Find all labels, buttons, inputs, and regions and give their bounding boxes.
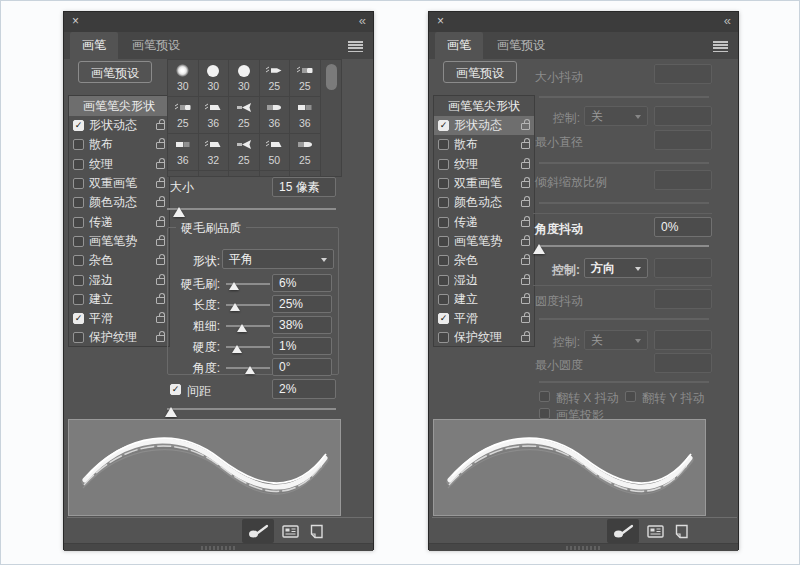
sidebar-item-transfer[interactable]: 传递 (69, 212, 169, 231)
checkbox[interactable] (438, 255, 449, 266)
lock-icon[interactable] (521, 181, 530, 188)
lock-icon[interactable] (156, 142, 165, 149)
checkbox[interactable] (438, 197, 449, 208)
sidebar-item-wet-edges[interactable]: 湿边 (69, 270, 169, 289)
lock-icon[interactable] (521, 297, 530, 304)
checkbox[interactable]: ✓ (438, 120, 449, 131)
sidebar-item-transfer[interactable]: 传递 (434, 212, 534, 231)
lock-icon[interactable] (521, 142, 530, 149)
bristle-preview-toggle-button[interactable] (242, 519, 274, 543)
checkbox[interactable] (73, 236, 84, 247)
lock-icon[interactable] (521, 239, 530, 246)
brush-tip-cell[interactable]: 36 (199, 97, 230, 134)
sidebar-item-build-up[interactable]: 建立 (69, 290, 169, 309)
brush-tip-cell[interactable]: 36 (260, 97, 291, 134)
bristle-param-input[interactable]: 25% (272, 295, 332, 313)
bristle-param-input[interactable]: 6% (272, 274, 332, 292)
checkbox[interactable] (438, 159, 449, 170)
checkbox[interactable] (438, 217, 449, 228)
sidebar-item-color-dynamics[interactable]: 颜色动态 (69, 193, 169, 212)
size-slider[interactable] (167, 208, 336, 210)
sidebar-item-dual-brush[interactable]: 双重画笔 (434, 174, 534, 193)
checkbox[interactable] (438, 332, 449, 343)
bristle-param-input[interactable]: 38% (272, 316, 332, 334)
checkbox[interactable]: ✓ (438, 313, 449, 324)
create-new-brush-button[interactable] (306, 522, 326, 540)
checkbox[interactable] (438, 178, 449, 189)
brush-tip-cell[interactable]: 50 (260, 134, 291, 171)
checkbox[interactable] (73, 139, 84, 150)
checkbox[interactable] (73, 197, 84, 208)
slider-thumb[interactable] (237, 324, 247, 332)
panel-menu-icon[interactable] (713, 41, 728, 54)
brush-tip-cell[interactable]: 25 (290, 60, 321, 97)
brush-presets-button[interactable]: 画笔预设 (78, 61, 152, 83)
lock-icon[interactable] (521, 162, 530, 169)
bristle-param-input[interactable]: 0° (272, 358, 332, 376)
sidebar-item-color-dynamics[interactable]: 颜色动态 (434, 193, 534, 212)
lock-icon[interactable] (156, 335, 165, 342)
slider-thumb[interactable] (232, 345, 242, 353)
sidebar-item-shape-dynamics[interactable]: ✓形状动态 (434, 116, 534, 135)
brush-tip-cell[interactable]: 30 (229, 60, 260, 97)
sidebar-item-smoothing[interactable]: ✓平滑 (69, 309, 169, 328)
size-input[interactable]: 15 像素 (272, 177, 336, 197)
brush-tip-cell[interactable]: 36 (168, 134, 199, 171)
sidebar-item-build-up[interactable]: 建立 (434, 290, 534, 309)
sidebar-item-noise[interactable]: 杂色 (434, 251, 534, 270)
brush-tip-cell[interactable] (168, 171, 199, 177)
resize-grip[interactable] (201, 546, 237, 550)
sidebar-item-scattering[interactable]: 散布 (434, 135, 534, 154)
brush-tip-cell[interactable] (199, 171, 230, 177)
scrollbar-thumb[interactable] (326, 64, 337, 90)
sidebar-item-smoothing[interactable]: ✓平滑 (434, 309, 534, 328)
tab-brush[interactable]: 画笔 (435, 32, 483, 59)
sidebar-item-brush-tip-shape[interactable]: 画笔笔尖形状 (434, 96, 534, 116)
brush-tip-cell[interactable]: 25 (168, 97, 199, 134)
close-icon[interactable]: × (437, 14, 444, 29)
checkbox[interactable] (438, 275, 449, 286)
checkbox[interactable] (438, 236, 449, 247)
angle-jitter-slider[interactable] (539, 245, 709, 247)
shape-dropdown[interactable]: 平角 (222, 249, 334, 269)
size-slider-thumb[interactable] (173, 207, 185, 217)
checkbox[interactable] (73, 275, 84, 286)
brush-presets-button[interactable]: 画笔预设 (443, 61, 517, 83)
resize-grip[interactable] (566, 546, 602, 550)
angle-jitter-input[interactable]: 0% (654, 217, 712, 237)
tab-brush[interactable]: 画笔 (70, 32, 118, 59)
open-preset-manager-button[interactable] (645, 522, 665, 540)
lock-icon[interactable] (156, 278, 165, 285)
brush-tip-cell[interactable]: 25 (229, 97, 260, 134)
sidebar-item-brush-pose[interactable]: 画笔笔势 (69, 232, 169, 251)
lock-icon[interactable] (156, 258, 165, 265)
lock-icon[interactable] (156, 162, 165, 169)
spacing-checkbox[interactable]: ✓ (170, 384, 181, 395)
brush-tip-cell[interactable]: 30 (199, 60, 230, 97)
panel-menu-icon[interactable] (348, 41, 363, 54)
sidebar-item-protect-texture[interactable]: 保护纹理 (434, 328, 534, 347)
lock-icon[interactable] (156, 220, 165, 227)
lock-icon[interactable] (521, 316, 530, 323)
brush-tip-cell[interactable] (229, 171, 260, 177)
sidebar-item-shape-dynamics[interactable]: ✓形状动态 (69, 116, 169, 135)
checkbox[interactable] (438, 294, 449, 305)
checkbox[interactable]: ✓ (73, 313, 84, 324)
sidebar-item-texture[interactable]: 纹理 (434, 155, 534, 174)
bristle-param-slider[interactable] (226, 325, 270, 327)
brush-tip-cell[interactable]: 36 (290, 97, 321, 134)
brush-tip-cell[interactable]: 25 (229, 134, 260, 171)
checkbox[interactable]: ✓ (73, 120, 84, 131)
sidebar-item-noise[interactable]: 杂色 (69, 251, 169, 270)
checkbox[interactable] (438, 139, 449, 150)
sidebar-item-protect-texture[interactable]: 保护纹理 (69, 328, 169, 347)
lock-icon[interactable] (156, 239, 165, 246)
collapse-panel-icon[interactable]: « (724, 13, 730, 28)
brush-tip-cell[interactable]: 30 (168, 60, 199, 97)
brush-tip-cell[interactable]: 32 (199, 134, 230, 171)
lock-icon[interactable] (156, 123, 165, 130)
sidebar-item-brush-pose[interactable]: 画笔笔势 (434, 232, 534, 251)
sidebar-item-brush-tip-shape[interactable]: 画笔笔尖形状 (69, 96, 169, 116)
checkbox[interactable] (73, 217, 84, 228)
bristle-preview-toggle-button[interactable] (607, 519, 639, 543)
